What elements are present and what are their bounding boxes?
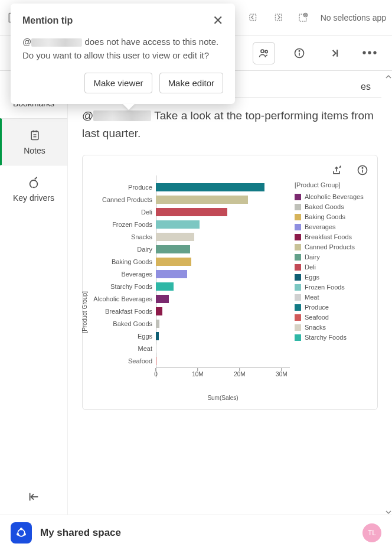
legend-item[interactable]: Produce (295, 302, 369, 313)
close-icon[interactable]: ✕ (213, 14, 223, 27)
svg-point-27 (17, 533, 19, 535)
bar-row[interactable]: Seafood (91, 355, 290, 367)
chart-snapshot: [Product Group] ProduceCanned ProductsDe… (82, 155, 378, 410)
bar-label: Starchy Foods (91, 283, 156, 290)
legend-item[interactable]: Frozen Foods (295, 282, 369, 292)
bar-row[interactable]: Produce (91, 181, 290, 194)
collapse-right-icon[interactable] (324, 42, 346, 64)
bar-label: Beverages (91, 271, 156, 278)
selection-back-icon[interactable] (246, 11, 260, 25)
bar-row[interactable]: Frozen Foods (91, 219, 290, 231)
space-icon[interactable] (11, 522, 32, 544)
svg-point-11 (299, 50, 299, 51)
bar-label: Snacks (91, 233, 156, 240)
legend-item[interactable]: Baking Goods (295, 212, 369, 222)
footer: My shared space TL (0, 515, 392, 550)
mention-redacted (93, 110, 151, 121)
popover-body: @ does not have access to this note. Do … (22, 35, 223, 62)
bar-row[interactable]: Breakfast Foods (91, 305, 290, 318)
legend-item[interactable]: Dairy (295, 252, 369, 262)
y-axis-title: [Product Group] (81, 291, 88, 333)
svg-line-18 (35, 177, 37, 180)
bar-row[interactable]: Baking Goods (91, 256, 290, 268)
chart-legend: [Product Group] Alcoholic BeveragesBaked… (295, 181, 369, 401)
bar-label: Eggs (91, 333, 156, 340)
scrollbar[interactable] (385, 71, 392, 515)
svg-rect-1 (250, 14, 256, 21)
chart-area: [Product Group] ProduceCanned ProductsDe… (91, 181, 369, 401)
bar-label: Breakfast Foods (91, 308, 156, 315)
avatar[interactable]: TL (362, 523, 381, 542)
no-selections-text: No selections app (321, 13, 386, 22)
svg-point-24 (18, 529, 25, 536)
bar-row[interactable]: Dairy (91, 243, 290, 256)
legend-item[interactable]: Breakfast Foods (295, 232, 369, 242)
more-menu-icon[interactable]: ••• (359, 42, 381, 64)
sidebar-item-notes[interactable]: Notes (0, 118, 67, 165)
legend-item[interactable]: Seafood (295, 313, 369, 323)
legend-item[interactable]: Beverages (295, 222, 369, 232)
popover-title: Mention tip (22, 15, 73, 26)
svg-point-25 (21, 528, 22, 530)
bar-label: Dairy (91, 246, 156, 253)
legend-item[interactable]: Meat (295, 292, 369, 302)
bar-label: Baked Goods (91, 320, 156, 327)
bar-label: Meat (91, 345, 156, 352)
note-content: es @ Take a look at the top-performing i… (68, 71, 392, 515)
scroll-down-icon (386, 507, 391, 513)
legend-item[interactable]: Canned Products (295, 242, 369, 252)
note-body[interactable]: @ Take a look at the top-performing item… (82, 107, 378, 143)
legend-title: [Product Group] (295, 181, 369, 188)
legend-item[interactable]: Alcoholic Beverages (295, 192, 369, 202)
mention-tip-popover: Mention tip ✕ @ does not have access to … (11, 4, 235, 104)
bar-label: Frozen Foods (91, 221, 156, 228)
clear-selections-icon[interactable] (296, 11, 310, 25)
notes-icon (28, 128, 42, 142)
bar-row[interactable]: Starchy Foods (91, 281, 290, 293)
sidebar-item-label: Notes (24, 146, 45, 155)
make-viewer-button[interactable]: Make viewer (84, 73, 152, 93)
svg-point-8 (265, 50, 267, 53)
chart-bars[interactable]: [Product Group] ProduceCanned ProductsDe… (91, 181, 290, 401)
info-icon[interactable] (288, 42, 311, 64)
svg-point-26 (24, 533, 26, 535)
bar-row[interactable]: Beverages (91, 268, 290, 281)
bar-row[interactable]: Snacks (91, 231, 290, 243)
bar-row[interactable]: Eggs (91, 330, 290, 343)
bar-label: Canned Products (91, 196, 156, 203)
legend-item[interactable]: Baked Goods (295, 202, 369, 212)
sidebar-collapse[interactable] (0, 479, 67, 515)
bar-row[interactable]: Canned Products (91, 194, 290, 206)
make-editor-button[interactable]: Make editor (159, 73, 223, 93)
x-axis-title: Sum(Sales) (156, 395, 290, 401)
bar-row[interactable]: Deli (91, 206, 290, 219)
main-content: Bookmarks Notes Key drivers es @ Take a … (0, 71, 392, 515)
bar-label: Baking Goods (91, 258, 156, 265)
users-button[interactable] (253, 42, 275, 64)
bar-row[interactable]: Meat (91, 343, 290, 355)
share-icon[interactable] (330, 164, 343, 177)
bar-label: Produce (91, 184, 156, 191)
legend-item[interactable]: Starchy Foods (295, 333, 369, 343)
svg-point-23 (362, 167, 362, 168)
legend-item[interactable]: Snacks (295, 323, 369, 333)
bar-label: Seafood (91, 357, 156, 365)
keydrivers-icon (27, 175, 41, 190)
sidebar: Bookmarks Notes Key drivers (0, 71, 68, 515)
bar-row[interactable]: Baked Goods (91, 318, 290, 330)
svg-rect-2 (275, 14, 282, 21)
svg-rect-13 (31, 131, 38, 139)
legend-item[interactable]: Eggs (295, 272, 369, 282)
scroll-up-icon (386, 72, 391, 78)
sidebar-item-label: Key drivers (13, 193, 54, 203)
chart-info-icon[interactable] (356, 164, 369, 177)
svg-point-7 (261, 50, 264, 53)
bar-label: Deli (91, 209, 156, 216)
selection-forward-icon[interactable] (271, 11, 285, 25)
sidebar-item-keydrivers[interactable]: Key drivers (0, 165, 67, 213)
legend-item[interactable]: Deli (295, 262, 369, 272)
bar-label: Alcoholic Beverages (91, 295, 156, 302)
bar-row[interactable]: Alcoholic Beverages (91, 293, 290, 305)
mention-at: @ (82, 109, 93, 122)
space-name[interactable]: My shared space (40, 527, 121, 539)
